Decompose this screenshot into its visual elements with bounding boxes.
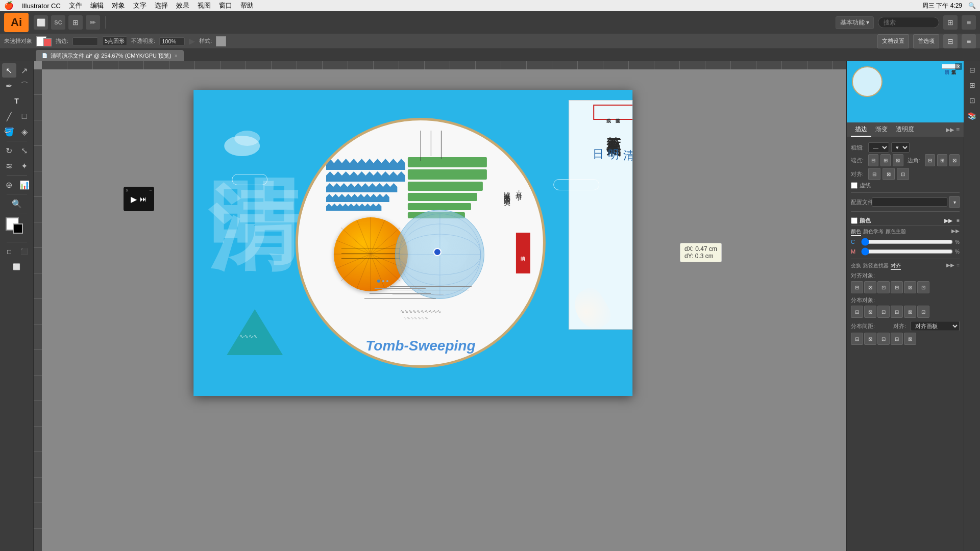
tab-gradient[interactable]: 渐变 [871, 123, 892, 137]
align-stroke-btn1[interactable]: ⊟ [868, 168, 880, 180]
play-btn[interactable]: ▶ [131, 194, 137, 204]
chart-tool[interactable]: 📊 [17, 178, 32, 192]
cap-btn3[interactable]: ⊠ [893, 154, 903, 166]
stroke-value-input[interactable] [72, 37, 98, 45]
line-tool[interactable]: ╱ [2, 109, 16, 123]
direct-selection-tool[interactable]: ↗ [17, 63, 32, 78]
tab-more-btn[interactable]: ▶▶ [946, 127, 954, 133]
profile-btn[interactable]: ▾ [949, 196, 960, 208]
stroke-width-select[interactable]: — [868, 142, 889, 153]
new-doc-btn[interactable]: ⬜ [34, 15, 48, 30]
pen-tool[interactable]: ✒ [2, 79, 16, 93]
align-stroke-btn3[interactable]: ⊡ [897, 168, 909, 180]
style-swatch[interactable] [216, 36, 226, 46]
arrange-right-btn[interactable]: ≡ [962, 34, 976, 48]
profile-input[interactable] [872, 197, 947, 207]
brush-btn[interactable]: ✏ [86, 15, 100, 30]
curvature-tool[interactable]: ⌒ [17, 79, 32, 93]
dist-btn2[interactable]: ⊠ [864, 306, 876, 318]
dist-btn6[interactable]: ⊡ [917, 306, 929, 318]
object-menu[interactable]: 对象 [112, 1, 125, 10]
tab-stroke[interactable]: 描边 [851, 123, 871, 137]
opacity-input[interactable]: 100% [159, 37, 185, 45]
align-top-btn[interactable]: ⊟ [891, 281, 903, 293]
thumbnail-close-btn[interactable]: × [955, 63, 962, 70]
align-left-btn[interactable]: ⊟ [851, 281, 863, 293]
rect-tool[interactable]: □ [17, 109, 32, 123]
help-menu[interactable]: 帮助 [240, 1, 254, 10]
warp-tool[interactable]: ≋ [2, 159, 16, 173]
panel-menu-btn[interactable]: ≡ [956, 126, 960, 133]
layers-btn[interactable]: ⊞ [966, 79, 979, 92]
color-study-tab[interactable]: 颜色学考 [863, 228, 884, 236]
c-slider[interactable] [861, 238, 953, 246]
zoom-tool[interactable]: 🔍 [10, 196, 24, 211]
panel-toggle-btn[interactable]: ⊞ [943, 15, 958, 30]
cap-btn1[interactable]: ⊟ [868, 154, 878, 166]
dist-sp-btn3[interactable]: ⊡ [877, 333, 890, 345]
workspace-btn[interactable]: 基本功能 ▾ [836, 16, 874, 29]
align-bottom-btn[interactable]: ⊡ [917, 281, 929, 293]
active-tab[interactable]: 📄 清明演示文件.ai* @ 254.67% (CMYK/GPU 预览) × [36, 50, 184, 61]
rotate-tool[interactable]: ↻ [2, 143, 16, 158]
panel-close-x[interactable]: × [125, 188, 130, 193]
align-center-h-btn[interactable]: ⊠ [864, 281, 876, 293]
library-btn[interactable]: 📚 [966, 109, 979, 122]
color-theme-tab[interactable]: 颜色主题 [886, 228, 906, 236]
tab-transparency[interactable]: 透明度 [892, 123, 918, 137]
arrange-btn[interactable]: ≡ [962, 15, 976, 30]
sc-btn[interactable]: SC [51, 15, 65, 30]
align-stroke-btn2[interactable]: ⊠ [883, 168, 895, 180]
type-tool[interactable]: T [10, 94, 24, 108]
view-menu[interactable]: 视图 [198, 1, 211, 10]
m-slider[interactable] [861, 247, 953, 256]
corner-btn1[interactable]: ⊟ [925, 154, 935, 166]
dist-btn4[interactable]: ⊟ [891, 306, 903, 318]
window-menu[interactable]: 窗口 [219, 1, 232, 10]
color-tab[interactable]: 颜色 [851, 228, 861, 236]
normal-mode[interactable]: ◻ [2, 244, 16, 259]
expand-panel-btn[interactable]: ⊟ [966, 63, 979, 77]
dist-btn3[interactable]: ⊡ [877, 306, 890, 318]
prefs-btn[interactable]: 首选项 [913, 34, 939, 48]
edit-menu[interactable]: 编辑 [90, 1, 104, 10]
text-menu[interactable]: 文字 [133, 1, 146, 10]
pathfinder-tab[interactable]: 路径查找器 [863, 262, 889, 270]
align-to-select[interactable]: 对齐画板 对齐关键对象 对齐选区 [911, 321, 960, 331]
dist-sp-btn4[interactable]: ⊟ [891, 333, 903, 345]
dist-btn1[interactable]: ⊟ [851, 306, 863, 318]
dashed-checkbox[interactable] [851, 182, 857, 189]
gradient-tool[interactable]: ◈ [17, 124, 32, 139]
scale-tool[interactable]: ⤡ [17, 143, 32, 158]
apple-menu[interactable]: 🍎 [4, 1, 14, 10]
dist-sp-btn5[interactable]: ⊠ [904, 333, 916, 345]
color-checkbox[interactable] [851, 217, 857, 224]
align-center-v-btn[interactable]: ⊠ [904, 281, 916, 293]
effect-menu[interactable]: 效果 [176, 1, 189, 10]
properties-btn[interactable]: ⊡ [966, 94, 979, 107]
dist-btn5[interactable]: ⊠ [904, 306, 916, 318]
stroke-type-select[interactable]: 5点圆形 [102, 36, 127, 46]
canvas-area[interactable]: 清明 ∿∿∿∿ [34, 61, 846, 551]
full-screen-mode[interactable]: ⬛ [17, 244, 32, 259]
view-toggle-btn[interactable]: ⊞ [68, 15, 83, 30]
stroke-width-select2[interactable]: ▾ [891, 142, 910, 153]
screen-mode-btn[interactable]: ⬜ [10, 260, 24, 274]
corner-btn3[interactable]: ⊠ [949, 154, 960, 166]
dist-sp-btn1[interactable]: ⊟ [851, 333, 863, 345]
stroke-color-swatch-tool[interactable] [13, 223, 23, 234]
file-menu[interactable]: 文件 [69, 1, 82, 10]
cap-btn2[interactable]: ⊞ [880, 154, 891, 166]
align-tab[interactable]: 对齐 [891, 262, 901, 270]
dist-sp-btn2[interactable]: ⊠ [864, 333, 876, 345]
forward-btn[interactable]: ⏭ [140, 195, 147, 203]
section-tabs-more[interactable]: ▶▶ [946, 262, 954, 270]
paintbucket-tool[interactable]: 🪣 [2, 124, 16, 139]
doc-settings-btn[interactable]: 文档设置 [877, 34, 909, 48]
search-input[interactable] [878, 17, 939, 28]
tab-close-btn[interactable]: × [175, 53, 178, 59]
panel-right-btn[interactable]: ⊟ [943, 34, 958, 48]
color-tabs-more[interactable]: ▶▶ [951, 228, 960, 236]
transform-tab[interactable]: 变换 [851, 262, 861, 270]
color-section-btn[interactable]: ▶▶ [944, 218, 952, 223]
